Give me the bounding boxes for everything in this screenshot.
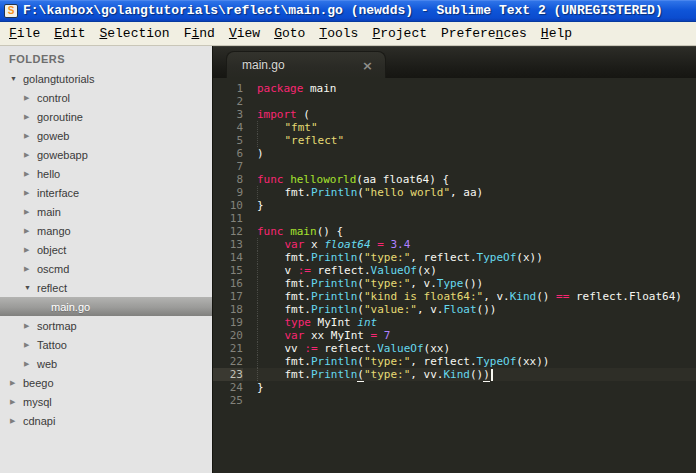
disclosure-triangle-icon[interactable]: ▶ bbox=[10, 417, 23, 425]
code-line[interactable]: 19 type MyInt int bbox=[213, 316, 696, 329]
code-text: v := reflect.ValueOf(x) bbox=[243, 264, 437, 277]
disclosure-triangle-icon[interactable]: ▶ bbox=[24, 360, 37, 368]
sidebar-item-oscmd[interactable]: ▶oscmd bbox=[0, 259, 212, 278]
line-number: 21 bbox=[213, 342, 243, 355]
code-text: ) bbox=[243, 147, 264, 160]
text-caret bbox=[491, 369, 493, 381]
sidebar-item-tattoo[interactable]: ▶Tattoo bbox=[0, 335, 212, 354]
code-line[interactable]: 1package main bbox=[213, 82, 696, 95]
sidebar-item-label: interface bbox=[37, 187, 79, 199]
disclosure-triangle-icon[interactable]: ▶ bbox=[10, 379, 23, 387]
code-line[interactable]: 13 var x float64 = 3.4 bbox=[213, 238, 696, 251]
disclosure-triangle-icon[interactable]: ▼ bbox=[24, 284, 37, 291]
sidebar-item-golangtutorials[interactable]: ▼golangtutorials bbox=[0, 69, 212, 88]
menu-item-find[interactable]: Find bbox=[177, 23, 222, 45]
code-line[interactable]: 24} bbox=[213, 381, 696, 394]
sidebar-item-mango[interactable]: ▶mango bbox=[0, 221, 212, 240]
sidebar-item-object[interactable]: ▶object bbox=[0, 240, 212, 259]
sidebar-item-cdnapi[interactable]: ▶cdnapi bbox=[0, 411, 212, 430]
sidebar-item-goweb[interactable]: ▶goweb bbox=[0, 126, 212, 145]
disclosure-triangle-icon[interactable]: ▶ bbox=[24, 246, 37, 254]
sidebar-item-reflect[interactable]: ▼reflect bbox=[0, 278, 212, 297]
disclosure-triangle-icon[interactable]: ▶ bbox=[24, 170, 37, 178]
sidebar-item-sortmap[interactable]: ▶sortmap bbox=[0, 316, 212, 335]
sidebar-item-main[interactable]: ▶main bbox=[0, 202, 212, 221]
code-line[interactable]: 4 "fmt" bbox=[213, 121, 696, 134]
sidebar: FOLDERS ▼golangtutorials▶control▶gorouti… bbox=[0, 46, 213, 473]
code-text: "reflect" bbox=[243, 134, 344, 147]
menu-item-edit[interactable]: Edit bbox=[47, 23, 92, 45]
menu-item-help[interactable]: Help bbox=[534, 23, 579, 45]
sidebar-item-interface[interactable]: ▶interface bbox=[0, 183, 212, 202]
title-bar[interactable]: S F:\kanbox\golangtutorials\reflect\main… bbox=[0, 0, 696, 22]
code-line[interactable]: 8func helloworld(aa float64) { bbox=[213, 173, 696, 186]
menu-item-project[interactable]: Project bbox=[365, 23, 434, 45]
sidebar-item-label: sortmap bbox=[37, 320, 77, 332]
disclosure-triangle-icon[interactable]: ▶ bbox=[24, 94, 37, 102]
code-area[interactable]: 1package main23import (4 "fmt"5 "reflect… bbox=[213, 78, 696, 473]
tab-main-go[interactable]: main.go × bbox=[226, 51, 386, 78]
sidebar-item-control[interactable]: ▶control bbox=[0, 88, 212, 107]
sublime-app-icon[interactable]: S bbox=[4, 4, 18, 18]
menu-bar: FileEditSelectionFindViewGotoToolsProjec… bbox=[0, 22, 696, 46]
sidebar-item-label: goweb bbox=[37, 130, 69, 142]
code-line[interactable]: 9 fmt.Println("hello world", aa) bbox=[213, 186, 696, 199]
code-line[interactable]: 18 fmt.Println("value:", v.Float()) bbox=[213, 303, 696, 316]
sidebar-item-main-go[interactable]: main.go bbox=[0, 297, 212, 316]
code-line[interactable]: 10} bbox=[213, 199, 696, 212]
code-line[interactable]: 16 fmt.Println("type:", v.Type()) bbox=[213, 277, 696, 290]
code-line[interactable]: 12func main() { bbox=[213, 225, 696, 238]
code-line[interactable]: 17 fmt.Println("kind is float64:", v.Kin… bbox=[213, 290, 696, 303]
sidebar-item-beego[interactable]: ▶beego bbox=[0, 373, 212, 392]
menu-item-tools[interactable]: Tools bbox=[312, 23, 365, 45]
code-line[interactable]: 6) bbox=[213, 147, 696, 160]
disclosure-triangle-icon[interactable]: ▶ bbox=[24, 265, 37, 273]
code-line[interactable]: 25 bbox=[213, 394, 696, 407]
code-text: fmt.Println("type:", vv.Kind()) bbox=[243, 368, 493, 381]
menu-item-view[interactable]: View bbox=[222, 23, 267, 45]
menu-item-preferences[interactable]: Preferences bbox=[434, 23, 534, 45]
code-text: func main() { bbox=[243, 225, 343, 238]
code-line[interactable]: 7 bbox=[213, 160, 696, 173]
code-line[interactable]: 11 bbox=[213, 212, 696, 225]
code-text: import ( bbox=[243, 108, 310, 121]
disclosure-triangle-icon[interactable]: ▶ bbox=[24, 322, 37, 330]
disclosure-triangle-icon[interactable]: ▶ bbox=[24, 341, 37, 349]
code-line[interactable]: 20 var xx MyInt = 7 bbox=[213, 329, 696, 342]
disclosure-triangle-icon[interactable]: ▶ bbox=[24, 132, 37, 140]
disclosure-triangle-icon[interactable]: ▶ bbox=[10, 398, 23, 406]
menu-item-goto[interactable]: Goto bbox=[267, 23, 312, 45]
code-line[interactable]: 21 vv := reflect.ValueOf(xx) bbox=[213, 342, 696, 355]
sidebar-item-label: object bbox=[37, 244, 66, 256]
sidebar-item-label: mango bbox=[37, 225, 71, 237]
menu-item-selection[interactable]: Selection bbox=[92, 23, 176, 45]
sidebar-item-mysql[interactable]: ▶mysql bbox=[0, 392, 212, 411]
menu-item-file[interactable]: File bbox=[2, 23, 47, 45]
code-line[interactable]: 15 v := reflect.ValueOf(x) bbox=[213, 264, 696, 277]
code-line[interactable]: 23 fmt.Println("type:", vv.Kind()) bbox=[213, 368, 696, 381]
code-line[interactable]: 5 "reflect" bbox=[213, 134, 696, 147]
main-area: FOLDERS ▼golangtutorials▶control▶gorouti… bbox=[0, 46, 696, 473]
code-text: fmt.Println("type:", reflect.TypeOf(xx)) bbox=[243, 355, 549, 368]
sidebar-item-hello[interactable]: ▶hello bbox=[0, 164, 212, 183]
code-line[interactable]: 2 bbox=[213, 95, 696, 108]
disclosure-triangle-icon[interactable]: ▶ bbox=[24, 151, 37, 159]
code-line[interactable]: 14 fmt.Println("type:", reflect.TypeOf(x… bbox=[213, 251, 696, 264]
disclosure-triangle-icon[interactable]: ▶ bbox=[24, 113, 37, 121]
sidebar-item-label: hello bbox=[37, 168, 60, 180]
disclosure-triangle-icon[interactable]: ▶ bbox=[24, 189, 37, 197]
sidebar-item-label: Tattoo bbox=[37, 339, 67, 351]
disclosure-triangle-icon[interactable]: ▶ bbox=[24, 208, 37, 216]
code-line[interactable]: 3import ( bbox=[213, 108, 696, 121]
sidebar-item-goroutine[interactable]: ▶goroutine bbox=[0, 107, 212, 126]
line-number: 8 bbox=[213, 173, 243, 186]
tab-close-icon[interactable]: × bbox=[362, 59, 373, 72]
line-number: 9 bbox=[213, 186, 243, 199]
disclosure-triangle-icon[interactable]: ▼ bbox=[10, 75, 23, 82]
editor-column: main.go × 1package main23import (4 "fmt"… bbox=[213, 46, 696, 473]
code-text: package main bbox=[243, 82, 336, 95]
sidebar-item-gowebapp[interactable]: ▶gowebapp bbox=[0, 145, 212, 164]
sidebar-item-web[interactable]: ▶web bbox=[0, 354, 212, 373]
disclosure-triangle-icon[interactable]: ▶ bbox=[24, 227, 37, 235]
code-line[interactable]: 22 fmt.Println("type:", reflect.TypeOf(x… bbox=[213, 355, 696, 368]
